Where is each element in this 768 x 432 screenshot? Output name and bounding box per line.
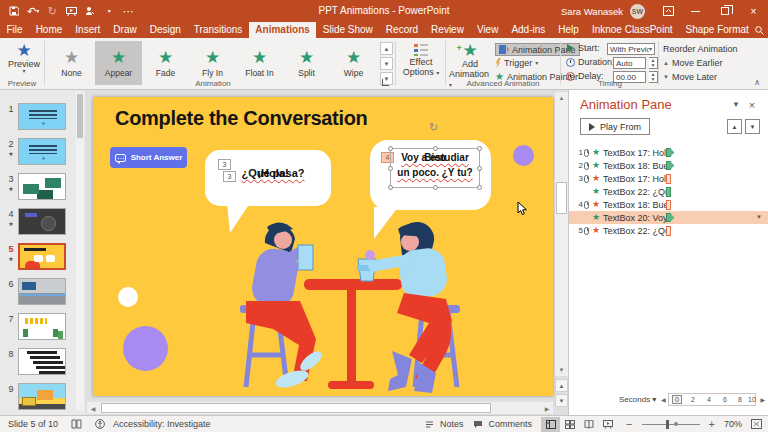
account-name[interactable]: Sara Wanasek bbox=[561, 6, 623, 17]
thumbnail-preview[interactable] bbox=[18, 103, 66, 130]
reading-view-button[interactable] bbox=[579, 417, 598, 432]
move-up-button[interactable]: ▲ bbox=[727, 119, 742, 134]
animation-item-6[interactable]: ★TextBox 20: Voy ...▼ bbox=[569, 211, 768, 224]
normal-view-button[interactable] bbox=[541, 417, 560, 432]
short-answer-button[interactable]: Short Answer bbox=[110, 147, 187, 168]
slide-title[interactable]: Complete the Conversation bbox=[115, 107, 368, 130]
slide-thumbnail-4[interactable]: 4★ bbox=[4, 208, 85, 235]
next-slide-button[interactable]: ▼ bbox=[555, 394, 568, 407]
slide-thumbnail-7[interactable]: 7 bbox=[4, 313, 85, 340]
scroll-left-icon[interactable]: ◀ bbox=[87, 402, 99, 414]
play-from-button[interactable]: Play From bbox=[580, 118, 650, 135]
slide-thumbnail-9[interactable]: 9 bbox=[4, 383, 85, 410]
selection-handle[interactable] bbox=[477, 166, 482, 171]
tab-animations[interactable]: Animations bbox=[249, 22, 316, 38]
zoom-in-icon[interactable]: + bbox=[709, 418, 715, 430]
slide-sorter-view-button[interactable] bbox=[560, 417, 579, 432]
start-slideshow-icon[interactable] bbox=[65, 4, 77, 18]
animation-item-7[interactable]: 5★TextBox 22: ¿Qu... bbox=[569, 224, 768, 237]
vertical-scroll-thumb[interactable] bbox=[556, 182, 567, 214]
slide-editor[interactable]: Complete the Conversation Short Answer 3… bbox=[93, 97, 553, 396]
thumbnail-preview[interactable] bbox=[18, 138, 66, 165]
timeline-left-icon[interactable]: ◀ bbox=[661, 396, 666, 403]
selection-handle[interactable] bbox=[477, 146, 482, 151]
selection-handle[interactable] bbox=[388, 185, 393, 190]
tab-insert[interactable]: Insert bbox=[69, 22, 107, 38]
slide-thumbnail-3[interactable]: 3★ bbox=[4, 173, 85, 200]
thumbnail-preview[interactable] bbox=[18, 243, 66, 270]
timeline-right-icon[interactable]: ▶ bbox=[760, 396, 765, 403]
animation-dialog-launcher-icon[interactable] bbox=[382, 79, 389, 86]
tab-view[interactable]: View bbox=[470, 22, 505, 38]
thumbnail-preview[interactable] bbox=[18, 278, 66, 305]
notes-button[interactable]: Notes bbox=[425, 419, 464, 429]
minimize-button[interactable] bbox=[681, 0, 710, 22]
slide-thumbnail-8[interactable]: 8 bbox=[4, 348, 85, 375]
collapse-ribbon-icon[interactable]: ∧ bbox=[754, 78, 760, 87]
selection-handle[interactable] bbox=[388, 146, 393, 151]
slide-thumbnail-2[interactable]: 2★ bbox=[4, 138, 85, 165]
ribbon-display-options-icon[interactable] bbox=[655, 0, 681, 22]
animation-item-1[interactable]: 1★TextBox 17: Hola... bbox=[569, 146, 768, 159]
rotate-handle-icon[interactable]: ↻ bbox=[429, 121, 438, 134]
horizontal-scroll-thumb[interactable] bbox=[101, 403, 491, 413]
seconds-dropdown[interactable]: Seconds ▾ bbox=[619, 395, 656, 404]
gallery-scroll-down-icon[interactable]: ▼ bbox=[380, 57, 393, 70]
timeline-strip[interactable]: 0246810 bbox=[668, 393, 756, 406]
start-select[interactable]: With Previous▾ bbox=[607, 43, 655, 55]
tab-inknoe-classpoint[interactable]: Inknoe ClassPoint bbox=[585, 22, 679, 38]
zoom-slider[interactable] bbox=[642, 424, 700, 425]
animation-item-3[interactable]: 3★TextBox 17: Hola... bbox=[569, 172, 768, 185]
move-earlier-button[interactable]: ▲ Move Earlier bbox=[663, 58, 722, 68]
preview-button[interactable]: ★ Preview ▾ bbox=[5, 42, 43, 74]
animation-item-5[interactable]: 4★TextBox 18: Bue... bbox=[569, 198, 768, 211]
trigger-button[interactable]: Trigger▾ bbox=[495, 58, 538, 68]
tab-help[interactable]: Help bbox=[552, 22, 586, 38]
horizontal-scrollbar[interactable]: ◀ ▶ bbox=[87, 402, 553, 414]
redo-icon[interactable]: ↻ bbox=[46, 4, 58, 18]
tab-file[interactable]: File bbox=[0, 22, 29, 38]
avatar[interactable]: SW bbox=[630, 4, 645, 19]
accessibility-status[interactable]: Accessibility: Investigate bbox=[95, 419, 211, 429]
animation-item-4[interactable]: ★TextBox 22: ¿Qu... bbox=[569, 185, 768, 198]
save-icon[interactable] bbox=[8, 4, 20, 18]
tab-draw[interactable]: Draw bbox=[107, 22, 143, 38]
thumbnail-preview[interactable] bbox=[18, 173, 66, 200]
tab-slide-show[interactable]: Slide Show bbox=[316, 22, 379, 38]
slideshow-view-button[interactable] bbox=[598, 417, 617, 432]
previous-slide-button[interactable]: ▲ bbox=[555, 379, 568, 392]
thumbnail-preview[interactable] bbox=[18, 313, 66, 340]
tab-home[interactable]: Home bbox=[29, 22, 69, 38]
close-button[interactable]: × bbox=[739, 0, 768, 22]
comments-button[interactable]: Comments bbox=[473, 419, 533, 429]
slide-thumbnail-6[interactable]: 6 bbox=[4, 278, 85, 305]
selection-handle[interactable] bbox=[388, 166, 393, 171]
tab-add-ins[interactable]: Add-ins bbox=[505, 22, 552, 38]
tell-me-button[interactable]: Tell me bbox=[755, 25, 768, 36]
slide-counter[interactable]: Slide 5 of 10 bbox=[8, 419, 58, 429]
thumbnail-scrollbar[interactable] bbox=[76, 92, 84, 410]
tab-design[interactable]: Design bbox=[143, 22, 187, 38]
vertical-scrollbar[interactable]: ▲ ▼ bbox=[555, 92, 568, 376]
tab-transitions[interactable]: Transitions bbox=[187, 22, 249, 38]
spellcheck-icon[interactable] bbox=[71, 419, 82, 429]
duration-spinner[interactable]: ▲▼ bbox=[649, 57, 658, 69]
thumbnail-preview[interactable] bbox=[18, 383, 66, 410]
thumbnail-preview[interactable] bbox=[18, 208, 66, 235]
gallery-scroll-up-icon[interactable]: ▲ bbox=[380, 42, 393, 55]
move-down-button[interactable]: ▼ bbox=[745, 119, 760, 134]
scroll-right-icon[interactable]: ▶ bbox=[541, 402, 553, 414]
selection-handle[interactable] bbox=[477, 185, 482, 190]
pane-close-icon[interactable]: × bbox=[744, 99, 760, 111]
animation-item-2[interactable]: 2★TextBox 18: Bue... bbox=[569, 159, 768, 172]
selection-handle[interactable] bbox=[433, 185, 438, 190]
duration-input[interactable]: Auto bbox=[613, 57, 646, 69]
bubble-left-text[interactable]: ¡Hola! ¿Qué pasa? bbox=[223, 167, 323, 181]
slide-thumbnail-5[interactable]: 5★ bbox=[4, 243, 85, 270]
selection-handle[interactable] bbox=[433, 146, 438, 151]
scroll-up-icon[interactable]: ▲ bbox=[555, 92, 568, 104]
thumbnail-preview[interactable] bbox=[18, 348, 66, 375]
fit-to-window-icon[interactable] bbox=[751, 419, 762, 429]
tab-review[interactable]: Review bbox=[425, 22, 471, 38]
zoom-out-icon[interactable]: − bbox=[626, 418, 632, 430]
